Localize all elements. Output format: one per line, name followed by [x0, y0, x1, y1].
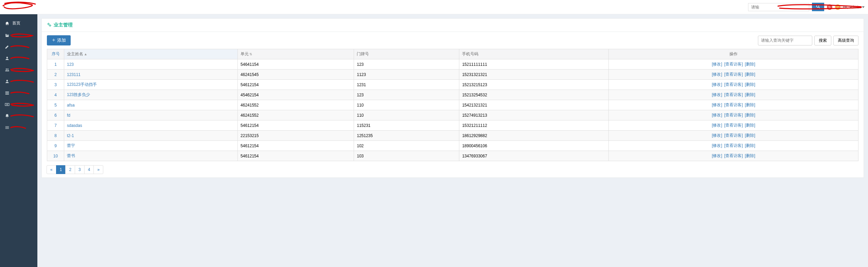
- delete-link[interactable]: [删除]: [745, 82, 755, 87]
- delete-link[interactable]: [删除]: [745, 72, 755, 77]
- view-visitors-link[interactable]: [查看访客]: [724, 133, 743, 138]
- view-visitors-link[interactable]: [查看访客]: [724, 72, 743, 77]
- edit-link[interactable]: [修改]: [712, 92, 722, 97]
- cell-unit: 46241552: [238, 110, 354, 120]
- owner-name-link[interactable]: t2-1: [67, 133, 74, 138]
- folder-open-icon: [5, 33, 10, 38]
- page-1[interactable]: 1: [56, 165, 66, 174]
- cell-door: 110: [354, 110, 459, 120]
- sidebar-item-9[interactable]: [0, 122, 37, 133]
- cell-name: 123123手动挡手: [64, 80, 238, 90]
- cell-action: [修改][查看访客][删除]: [609, 110, 858, 120]
- view-visitors-link[interactable]: [查看访客]: [724, 62, 743, 66]
- cell-action: [修改][查看访客][删除]: [609, 70, 858, 80]
- owner-name-link[interactable]: 123123手动挡手: [67, 82, 97, 87]
- delete-link[interactable]: [删除]: [745, 113, 755, 117]
- sidebar-item-5[interactable]: [0, 76, 37, 87]
- cell-unit: 46241552: [238, 100, 354, 110]
- sidebar-item-8[interactable]: [0, 110, 37, 122]
- owner-name-link[interactable]: 蕾书: [67, 153, 75, 158]
- owner-name-link[interactable]: 123: [67, 62, 74, 67]
- cell-action: [修改][查看访客][删除]: [609, 59, 858, 70]
- cell-name: afsa: [64, 100, 238, 110]
- cell-door: 1251235: [354, 131, 459, 141]
- owner-name-link[interactable]: sdasdas: [67, 123, 82, 128]
- cell-index: 5: [47, 100, 64, 110]
- cell-phone: 15213215123: [459, 80, 609, 90]
- view-visitors-link[interactable]: [查看访客]: [724, 153, 743, 158]
- search-button[interactable]: 搜索: [814, 36, 831, 45]
- sidebar-item-2[interactable]: [0, 41, 37, 53]
- owner-name-link[interactable]: 123胜多负少: [67, 92, 90, 97]
- cell-name: fd: [64, 110, 238, 120]
- page-4[interactable]: 4: [84, 165, 94, 174]
- cell-unit: 54641154: [238, 59, 354, 70]
- query-input[interactable]: [758, 36, 812, 45]
- page-3[interactable]: 3: [75, 165, 85, 174]
- delete-link[interactable]: [删除]: [745, 143, 755, 148]
- delete-link[interactable]: [删除]: [745, 102, 755, 107]
- delete-link[interactable]: [删除]: [745, 133, 755, 138]
- svg-point-14: [48, 23, 49, 24]
- toolbar: 添加 搜索 高级查询: [47, 35, 858, 45]
- page-prev[interactable]: «: [47, 165, 56, 174]
- edit-link[interactable]: [修改]: [712, 123, 722, 128]
- col-header-phone[interactable]: 手机号码: [459, 49, 609, 59]
- sidebar-item-3[interactable]: [0, 53, 37, 64]
- page-2[interactable]: 2: [65, 165, 75, 174]
- delete-link[interactable]: [删除]: [745, 153, 755, 158]
- advanced-search-button[interactable]: 高级查询: [833, 36, 858, 45]
- sidebar: 首页: [0, 14, 37, 267]
- edit-link[interactable]: [修改]: [712, 143, 722, 148]
- owner-name-link[interactable]: afsa: [67, 103, 75, 108]
- add-button[interactable]: 添加: [47, 35, 71, 45]
- page-title: 业主管理: [54, 22, 73, 28]
- col-header-door[interactable]: 门牌号: [354, 49, 459, 59]
- content: 业主管理 添加 搜索 高级查询: [37, 14, 868, 267]
- cell-phone: 15213254532: [459, 90, 609, 100]
- edit-link[interactable]: [修改]: [712, 72, 722, 77]
- sidebar-item-7[interactable]: [0, 99, 37, 110]
- owner-name-link[interactable]: 123111: [67, 72, 81, 77]
- owner-name-link[interactable]: 蕾宇: [67, 143, 75, 148]
- view-visitors-link[interactable]: [查看访客]: [724, 102, 743, 107]
- col-header-index[interactable]: 序号: [47, 49, 64, 59]
- edit-link[interactable]: [修改]: [712, 153, 722, 158]
- delete-link[interactable]: [删除]: [745, 123, 755, 128]
- cell-phone: 15231321321: [459, 70, 609, 80]
- user-icon: [5, 56, 10, 61]
- col-header-unit[interactable]: 单元⇅: [238, 49, 354, 59]
- delete-link[interactable]: [删除]: [745, 92, 755, 97]
- svg-rect-6: [5, 92, 9, 92]
- view-visitors-link[interactable]: [查看访客]: [724, 143, 743, 148]
- edit-link[interactable]: [修改]: [712, 113, 722, 117]
- edit-link[interactable]: [修改]: [712, 82, 722, 87]
- cell-door: 115231: [354, 120, 459, 131]
- sidebar-item-4[interactable]: [0, 64, 37, 76]
- svg-rect-7: [5, 93, 9, 93]
- sidebar-item-1[interactable]: [0, 30, 37, 41]
- cell-index: 4: [47, 90, 64, 100]
- sidebar-item-home[interactable]: 首页: [0, 17, 37, 30]
- gear-icon: [47, 22, 52, 28]
- table-row: 11235464115412315211111111[修改][查看访客][删除]: [47, 59, 858, 70]
- sidebar-item-6[interactable]: [0, 87, 37, 99]
- table-row: 4123胜多负少4546215412315213254532[修改][查看访客]…: [47, 90, 858, 100]
- edit-link[interactable]: [修改]: [712, 133, 722, 138]
- view-visitors-link[interactable]: [查看访客]: [724, 92, 743, 97]
- edit-link[interactable]: [修改]: [712, 62, 722, 66]
- edit-link[interactable]: [修改]: [712, 102, 722, 107]
- view-visitors-link[interactable]: [查看访客]: [724, 82, 743, 87]
- cell-name: sdasdas: [64, 120, 238, 131]
- view-visitors-link[interactable]: [查看访客]: [724, 113, 743, 117]
- cell-door: 102: [354, 141, 459, 151]
- page-next[interactable]: »: [93, 165, 103, 174]
- svg-point-15: [50, 25, 51, 26]
- logo: [3, 2, 37, 12]
- table-row: 10蕾书5461215410313476933067[修改][查看访客][删除]: [47, 151, 858, 161]
- view-visitors-link[interactable]: [查看访客]: [724, 123, 743, 128]
- cell-index: 7: [47, 120, 64, 131]
- col-header-name[interactable]: 业主姓名▲: [64, 49, 238, 59]
- owner-name-link[interactable]: fd: [67, 113, 70, 118]
- delete-link[interactable]: [删除]: [745, 62, 755, 66]
